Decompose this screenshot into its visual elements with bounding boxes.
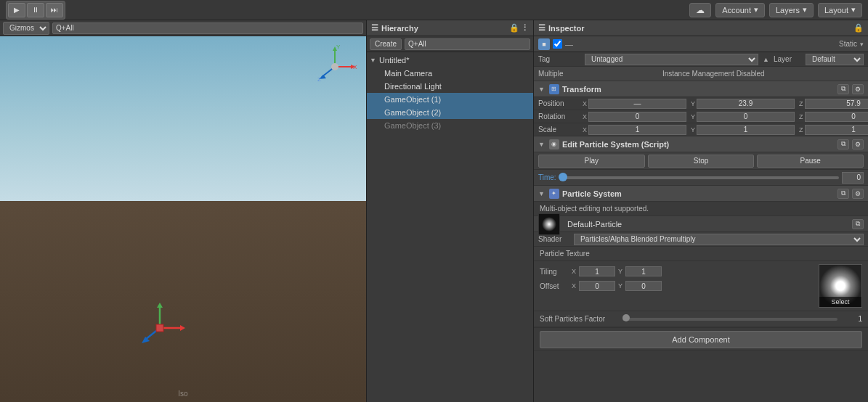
hierarchy-gameobject-1[interactable]: GameObject (1) — [367, 93, 533, 106]
eps-menu-button[interactable]: ⚙ — [852, 139, 864, 149]
soft-particles-thumb[interactable] — [622, 314, 630, 321]
layout-button[interactable]: Layout ▾ — [818, 3, 862, 17]
position-x-input[interactable] — [588, 99, 686, 109]
time-slider-track[interactable] — [563, 176, 839, 179]
scene-bottom-label: Iso — [178, 390, 187, 398]
position-row: Position X Y Z — [534, 97, 868, 110]
hierarchy-search-input[interactable] — [405, 38, 530, 50]
tiling-row: Tiling X Y — [540, 264, 813, 279]
step-button[interactable]: ⏭ — [46, 3, 63, 17]
transform-copy-button[interactable]: ⧉ — [837, 84, 849, 94]
tiling-y-input[interactable] — [625, 266, 662, 276]
offset-x-input[interactable] — [579, 281, 615, 291]
hierarchy-controls: Create — [367, 36, 533, 52]
shader-dropdown[interactable]: Particles/Alpha Blended Premultiply — [574, 234, 864, 245]
eps-stop-button[interactable]: Stop — [648, 155, 755, 168]
scene-search-input[interactable] — [52, 22, 363, 34]
particle-texture-section: Particle Texture Tiling X Y — [534, 247, 868, 328]
hierarchy-scene-item[interactable]: ▼ Untitled* — [367, 54, 533, 67]
dp-copy-button[interactable]: ⧉ — [852, 219, 864, 229]
transform-icon: ⊞ — [549, 84, 559, 94]
position-y-input[interactable] — [697, 99, 795, 109]
account-button[interactable]: Account ▾ — [715, 3, 765, 17]
svg-rect-16 — [156, 324, 163, 332]
play-button[interactable]: ▶ — [8, 3, 25, 17]
eps-icon: ◉ — [549, 139, 559, 149]
eps-header[interactable]: ▼ ◉ Edit Particle System (Script) ⧉ ⚙ — [534, 136, 868, 152]
ps-warning: Multi-object editing not supported. — [534, 202, 868, 216]
transform-menu-button[interactable]: ⚙ — [852, 84, 864, 94]
hierarchy-gameobject-2[interactable]: GameObject (2) — [367, 106, 533, 119]
layers-button[interactable]: Layers ▾ — [769, 3, 814, 17]
tiling-x-input[interactable] — [579, 266, 615, 276]
rotation-label: Rotation — [538, 112, 578, 120]
rotation-y-input[interactable] — [697, 112, 795, 122]
time-value-input[interactable] — [842, 172, 864, 184]
scene-panel: Gizmos — [0, 20, 367, 402]
scale-y-input[interactable] — [697, 125, 795, 135]
hierarchy-header: ☰ Hierarchy 🔒 ⋮ — [367, 20, 533, 36]
object-icon: ■ — [538, 38, 550, 50]
inspector-title: Inspector — [548, 24, 585, 33]
scale-y-axis: Y — [691, 126, 695, 134]
rotation-x-input[interactable] — [588, 112, 686, 122]
scale-label: Scale — [538, 126, 578, 134]
layer-dropdown[interactable]: Default — [806, 54, 864, 65]
hierarchy-gameobject-3[interactable]: GameObject (3) — [367, 119, 533, 132]
eps-arrow-icon: ▼ — [538, 141, 545, 148]
eps-play-button[interactable]: Play — [538, 155, 645, 168]
rotation-z-input[interactable] — [805, 112, 868, 122]
add-component-button[interactable]: Add Component — [540, 331, 862, 348]
ps-warning-text: Multi-object editing not supported. — [540, 205, 649, 213]
scene-arrow-icon: ▼ — [370, 57, 376, 64]
top-bar: ▶ ⏸ ⏭ ☁ Account ▾ Layers ▾ Layout ▾ — [0, 0, 868, 20]
eps-pause-button[interactable]: Pause — [757, 155, 864, 168]
particle-texture-thumbnail[interactable]: Select — [819, 264, 862, 308]
hierarchy-main-camera[interactable]: Main Camera — [367, 67, 533, 80]
tag-arrow-icon: ▲ — [763, 56, 769, 63]
ps-copy-button[interactable]: ⧉ — [837, 189, 849, 199]
inspector-body: ■ — Static ▾ Tag Untagged ▲ Layer Defaul… — [534, 36, 868, 402]
pos-z-axis: Z — [799, 100, 803, 107]
soft-particles-row: Soft Particles Factor 1 — [534, 311, 868, 327]
offset-y-axis: Y — [618, 282, 622, 290]
hierarchy-lock-icon: 🔒 — [509, 23, 519, 33]
account-chevron-icon: ▾ — [754, 5, 758, 15]
soft-particles-slider[interactable] — [622, 318, 837, 321]
offset-y-input[interactable] — [625, 281, 662, 291]
create-button[interactable]: Create — [370, 38, 402, 50]
object-active-checkbox[interactable] — [553, 39, 562, 49]
static-label: Static — [839, 40, 857, 48]
pos-x-axis: X — [583, 100, 587, 107]
transform-header[interactable]: ▼ ⊞ Transform ⧉ ⚙ — [534, 81, 868, 97]
tag-dropdown[interactable]: Untagged — [585, 54, 758, 65]
cloud-button[interactable]: ☁ — [689, 3, 711, 17]
multiple-label: Multiple — [538, 70, 563, 78]
inspector-lock-icon: 🔒 — [853, 23, 864, 33]
gizmos-dropdown[interactable]: Gizmos — [3, 22, 49, 35]
svg-text:Y: Y — [336, 44, 341, 50]
tag-label: Tag — [538, 55, 582, 63]
scale-z-input[interactable] — [805, 125, 868, 135]
particle-texture-fields: Tiling X Y Offset X Y — [540, 264, 813, 308]
select-button[interactable]: Select — [819, 297, 861, 307]
transform-title: Transform — [562, 85, 835, 94]
time-row: Time: — [534, 170, 868, 186]
instance-label: Instance Management Disabled — [563, 70, 864, 78]
account-label: Account — [722, 6, 751, 15]
main-content: Gizmos — [0, 20, 868, 402]
soft-particles-value: 1 — [840, 315, 862, 323]
eps-copy-button[interactable]: ⧉ — [837, 139, 849, 149]
default-particle-header: Default-Particle ⧉ — [534, 216, 868, 232]
tiling-x-axis: X — [572, 268, 576, 275]
hierarchy-directional-light[interactable]: Directional Light — [367, 80, 533, 93]
particle-system-header[interactable]: ▼ ✦ Particle System ⧉ ⚙ — [534, 186, 868, 202]
pause-button[interactable]: ⏸ — [27, 3, 44, 17]
gameobject-3-label: GameObject (3) — [384, 121, 441, 130]
scale-x-input[interactable] — [588, 125, 686, 135]
position-z-input[interactable] — [805, 99, 868, 109]
ps-menu-button[interactable]: ⚙ — [852, 189, 864, 199]
scene-item-label: Untitled* — [379, 56, 410, 65]
time-slider-thumb[interactable] — [559, 173, 567, 181]
shader-label: Shader — [538, 235, 571, 243]
